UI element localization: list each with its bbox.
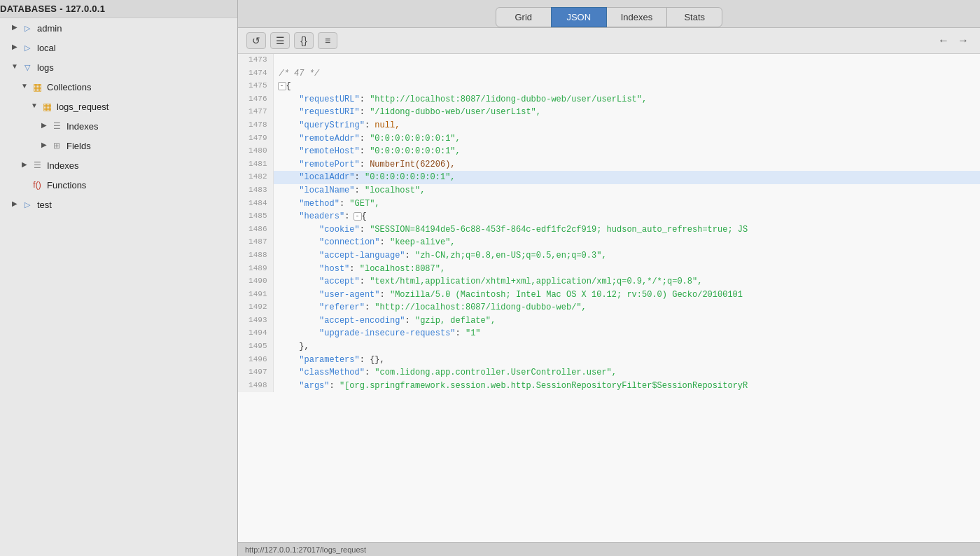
sidebar-item-functions[interactable]: f() Functions [0, 175, 237, 195]
arrow-logs-request [29, 102, 39, 111]
tab-grid[interactable]: Grid [496, 7, 552, 27]
refresh-icon: ↺ [252, 35, 260, 46]
sidebar-item-local[interactable]: ▷ local [0, 38, 237, 57]
toolbar-nav: ← → [935, 33, 972, 48]
line-content: "connection": "keep-alive", [273, 236, 980, 249]
line-content: /* 47 */ [273, 67, 980, 81]
line-content: "remotePort": NumberInt(62206), [273, 158, 980, 172]
line-number: 1494 [238, 327, 273, 340]
line-number: 1488 [238, 249, 273, 263]
line-content: "localAddr": "0:0:0:0:0:0:0:1", [273, 171, 980, 184]
arrow-test [10, 200, 20, 209]
line-content: "requestURI": "/lidong-dubbo-web/user/us… [273, 106, 980, 119]
collapse-marker[interactable]: - [278, 82, 286, 90]
sidebar-item-test[interactable]: ▷ test [0, 195, 237, 214]
line-number: 1483 [238, 184, 273, 197]
line-number: 1493 [238, 314, 273, 328]
line-content: "localName": "localhost", [273, 184, 980, 197]
sidebar: DATABASES - 127.0.0.1 ▷ admin ▷ local ▽ … [0, 0, 238, 556]
arrow-fields-sub [39, 141, 49, 151]
db-icon-local: ▷ [21, 41, 34, 54]
line-number: 1474 [238, 67, 273, 81]
sidebar-label-logs-request: logs_request [57, 102, 108, 112]
databases-header: DATABASES - 127.0.0.1 [0, 0, 237, 18]
indexes-folder-icon: ☰ [31, 159, 43, 172]
line-content: }, [273, 340, 980, 354]
tab-bar: Grid JSON Indexes Stats [238, 0, 980, 28]
sidebar-label-indexes-sub: Indexes [66, 121, 99, 132]
line-number: 1487 [238, 236, 273, 249]
collapse-marker[interactable]: - [354, 212, 362, 221]
line-content: "queryString": null, [273, 119, 980, 132]
sidebar-label-admin: admin [37, 23, 62, 34]
status-bar: http://127.0.0.1:27017/logs_request [238, 542, 980, 556]
sidebar-label-test: test [37, 200, 52, 210]
line-content: "classMethod": "com.lidong.app.controlle… [273, 366, 980, 380]
sidebar-label-functions: Functions [47, 180, 86, 190]
line-number: 1473 [238, 54, 273, 67]
line-number: 1476 [238, 93, 273, 106]
view1-button[interactable]: ☰ [270, 32, 290, 49]
braces-icon: {} [300, 35, 307, 46]
tab-stats[interactable]: Stats [666, 7, 722, 27]
line-content: "headers": -{ [273, 210, 980, 223]
line-content: "referer": "http://localhost:8087/lidong… [273, 301, 980, 314]
arrow-indexes-sub [39, 121, 49, 131]
tab-indexes[interactable]: Indexes [606, 7, 668, 27]
line-number: 1489 [238, 263, 273, 276]
sidebar-item-indexes-folder[interactable]: ☰ Indexes [0, 155, 237, 175]
line-content: "requestURL": "http://localhost:8087/lid… [273, 93, 980, 106]
nav-prev-button[interactable]: ← [935, 33, 952, 48]
line-content: "parameters": {}, [273, 354, 980, 367]
line-content: -{ [273, 80, 980, 93]
list-icon: ☰ [276, 35, 285, 46]
line-number: 1475 [238, 80, 273, 93]
code-table: 1473 1474/* 47 */1475-{1476 "requestURL"… [238, 54, 980, 392]
refresh-button[interactable]: ↺ [246, 32, 266, 49]
line-number: 1492 [238, 301, 273, 314]
view2-button[interactable]: {} [294, 32, 314, 49]
arrow-indexes-folder [20, 160, 29, 170]
arrow-collections [20, 82, 29, 92]
app-title: DATABASES - 127.0.0.1 [0, 4, 105, 14]
line-content: "accept-encoding": "gzip, deflate", [273, 314, 980, 328]
line-number: 1490 [238, 275, 273, 289]
sidebar-item-fields-sub[interactable]: ⊞ Fields [0, 136, 237, 155]
main-panel: Grid JSON Indexes Stats ↺ ☰ {} ≡ ← → 147… [238, 0, 980, 556]
sidebar-label-local: local [37, 43, 56, 53]
db-icon-logs: ▽ [21, 61, 34, 74]
line-content [273, 54, 980, 67]
collection-icon-logs-request: ▦ [41, 100, 53, 113]
line-content: "accept-language": "zh-CN,zh;q=0.8,en-US… [273, 249, 980, 263]
sidebar-item-logs-request[interactable]: ▦ logs_request [0, 97, 237, 116]
line-number: 1482 [238, 171, 273, 184]
functions-icon: f() [31, 179, 43, 191]
line-number: 1495 [238, 340, 273, 354]
sidebar-label-logs: logs [37, 62, 54, 73]
sidebar-item-indexes-sub[interactable]: ☰ Indexes [0, 116, 237, 136]
line-number: 1497 [238, 366, 273, 380]
db-icon-admin: ▷ [21, 22, 34, 34]
view3-button[interactable]: ≡ [318, 32, 337, 49]
sidebar-item-collections[interactable]: ▦ Collections [0, 77, 237, 97]
sidebar-item-logs[interactable]: ▽ logs [0, 57, 237, 77]
arrow-logs [10, 62, 20, 72]
line-content: "method": "GET", [273, 197, 980, 211]
line-content: "remoteAddr": "0:0:0:0:0:0:0:1", [273, 132, 980, 146]
status-text: http://127.0.0.1:27017/logs_request [245, 545, 366, 554]
nav-next-button[interactable]: → [955, 33, 972, 48]
grid-icon: ≡ [325, 35, 330, 46]
sidebar-item-admin[interactable]: ▷ admin [0, 18, 237, 38]
sidebar-label-collections: Collections [47, 82, 92, 92]
line-number: 1491 [238, 289, 273, 302]
tab-json[interactable]: JSON [551, 7, 607, 27]
line-content: "upgrade-insecure-requests": "1" [273, 327, 980, 340]
line-number: 1477 [238, 106, 273, 119]
indexes-sub-icon: ☰ [50, 120, 63, 132]
line-number: 1498 [238, 380, 273, 393]
toolbar: ↺ ☰ {} ≡ ← → [238, 28, 980, 54]
db-icon-test: ▷ [21, 198, 34, 211]
code-editor[interactable]: 1473 1474/* 47 */1475-{1476 "requestURL"… [238, 54, 980, 542]
line-content: "remoteHost": "0:0:0:0:0:0:0:1", [273, 145, 980, 158]
line-content: "args": "[org.springframework.session.we… [273, 380, 980, 393]
